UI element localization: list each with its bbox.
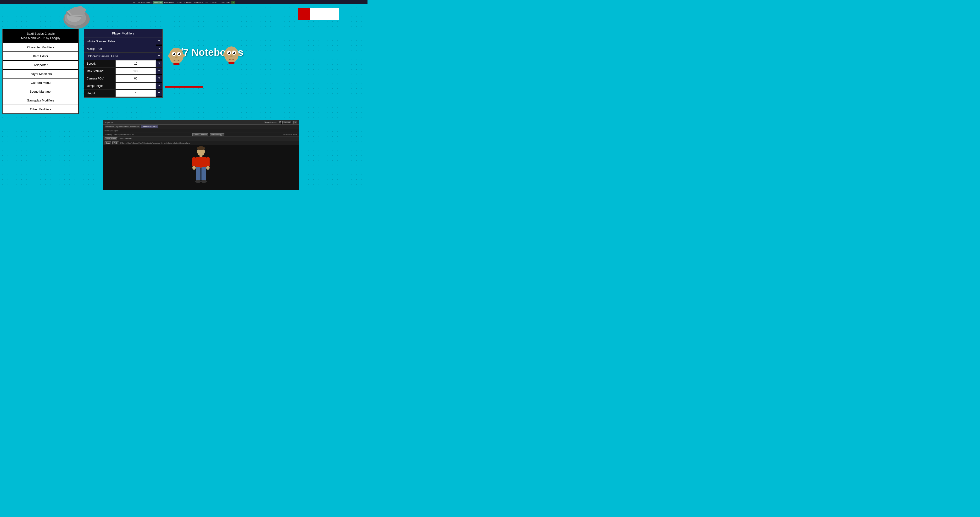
inspector-header: Inspector Mouse Inspect ▼ Close All ✕ bbox=[103, 120, 299, 125]
menu-item-item-editor[interactable]: Item Editor bbox=[3, 52, 78, 61]
svg-point-24 bbox=[230, 55, 232, 57]
type-row: UnityEngine.Sprite bbox=[103, 129, 299, 133]
camera-fov-help[interactable]: ? bbox=[156, 75, 162, 81]
copy-to-clipboard-btn[interactable]: Copy to Clipboard bbox=[192, 133, 208, 136]
menu-item-teleporter[interactable]: Teleporter bbox=[3, 61, 78, 69]
breadcrumb-filename2[interactable]: filename2 bbox=[105, 125, 115, 128]
max-stamina-input[interactable] bbox=[116, 68, 156, 75]
height-label: Height: bbox=[84, 90, 116, 97]
menu-item-other-modifiers[interactable]: Other Modifiers bbox=[3, 105, 78, 114]
toolbar-options[interactable]: Options bbox=[210, 1, 218, 3]
max-stamina-row: Max Stamina: ? bbox=[84, 67, 162, 75]
svg-rect-30 bbox=[200, 155, 202, 157]
breadcrumb-bar: filename2 SpriteRenderer "filename2" Spr… bbox=[103, 125, 299, 129]
svg-point-23 bbox=[233, 52, 234, 53]
height-help[interactable]: ? bbox=[156, 90, 162, 96]
infinite-stamina-toggle[interactable]: Infinite Stamina: False bbox=[84, 38, 156, 45]
jump-height-help[interactable]: ? bbox=[156, 83, 162, 89]
svg-rect-36 bbox=[196, 167, 200, 180]
inspector-title-label: Inspector bbox=[105, 121, 113, 123]
svg-point-17 bbox=[224, 46, 239, 63]
player-modifiers-title: Player Modifiers bbox=[84, 29, 162, 38]
camera-fov-row: Camera FOV: ? bbox=[84, 75, 162, 82]
toolbar-log[interactable]: Log bbox=[204, 1, 209, 3]
mod-menu-panel: Baldi Basics Classic Mod Menu v2.0.2 by … bbox=[2, 29, 79, 114]
top-right-decoration bbox=[298, 8, 339, 20]
max-stamina-help[interactable]: ? bbox=[156, 68, 162, 74]
type-label: UnityEngine.Sprite bbox=[105, 130, 118, 132]
speed-label: Speed: bbox=[84, 60, 116, 67]
menu-item-player-modifiers[interactable]: Player Modifiers bbox=[3, 69, 78, 78]
svg-point-39 bbox=[201, 180, 207, 183]
toolbar-ue[interactable]: UE bbox=[132, 1, 137, 3]
top-toolbar: UE Object Explorer Inspector C# Console … bbox=[0, 0, 368, 4]
toolbar-inspector[interactable]: Inspector bbox=[153, 1, 163, 3]
toolbar-freecam[interactable]: Freecam bbox=[183, 1, 193, 3]
mouse-inspect-btn[interactable]: Mouse Inspect bbox=[263, 121, 278, 123]
camera-fov-label: Camera FOV: bbox=[84, 75, 116, 82]
svg-point-20 bbox=[228, 52, 230, 54]
speed-input[interactable] bbox=[116, 60, 156, 67]
instance-id-label: Instance ID: 96596 bbox=[283, 134, 298, 136]
toolbar-console[interactable]: C# Console bbox=[164, 1, 175, 3]
assembly-row: Assembly: UnityEngine.CoreModule.dll Cop… bbox=[103, 133, 299, 137]
svg-point-15 bbox=[168, 54, 170, 57]
speed-help[interactable]: ? bbox=[156, 61, 162, 67]
inspector-toolbar: Hide Texture Name: filename2 bbox=[103, 137, 299, 141]
camera-fov-input[interactable] bbox=[116, 75, 156, 82]
height-input[interactable] bbox=[116, 90, 156, 97]
svg-rect-37 bbox=[202, 167, 206, 180]
save-btn[interactable]: Save bbox=[105, 142, 111, 145]
name-field-value: filename2 bbox=[125, 138, 132, 140]
file-path-label: D:\Games\Baldi's Basics Plus Melon Loade… bbox=[119, 142, 190, 144]
menu-item-camera-menu[interactable]: Camera Menu bbox=[3, 78, 78, 87]
infinite-stamina-help[interactable]: ? bbox=[156, 38, 162, 45]
speed-row: Speed: ? bbox=[84, 60, 162, 67]
noclip-toggle[interactable]: Noclip: True bbox=[84, 45, 156, 53]
svg-point-16 bbox=[182, 54, 185, 57]
svg-point-10 bbox=[178, 53, 180, 55]
inspector-panel: Inspector Mouse Inspect ▼ Close All ✕ fi… bbox=[103, 120, 299, 187]
svg-rect-32 bbox=[192, 157, 196, 167]
svg-point-27 bbox=[237, 53, 240, 56]
svg-point-11 bbox=[173, 53, 174, 54]
menu-item-character-modifiers[interactable]: Character Modifiers bbox=[3, 43, 78, 52]
breadcrumb-sprite-renderer[interactable]: SpriteRenderer "filename2" bbox=[115, 125, 140, 128]
svg-point-38 bbox=[195, 180, 201, 183]
close-icon-btn[interactable]: ✕ bbox=[293, 121, 298, 124]
svg-point-9 bbox=[173, 53, 175, 55]
svg-rect-14 bbox=[173, 63, 180, 65]
unlocked-camera-help[interactable]: ? bbox=[156, 53, 162, 59]
menu-item-gameplay-modifiers[interactable]: Gameplay Modifiers bbox=[3, 96, 78, 105]
jump-height-row: Jump Height: ? bbox=[84, 82, 162, 90]
stone-decoration bbox=[62, 6, 91, 31]
mod-menu-title: Baldi Basics Classic Mod Menu v2.0.2 by … bbox=[3, 29, 78, 43]
svg-point-22 bbox=[228, 52, 229, 53]
toolbar-hooks[interactable]: Hooks bbox=[176, 1, 183, 3]
unlocked-camera-row: Unlocked Camera: False ? bbox=[84, 53, 162, 60]
sprite-preview-area bbox=[103, 145, 299, 190]
view-in-dnspy-btn[interactable]: View in dnSpy... bbox=[210, 133, 225, 136]
svg-point-13 bbox=[175, 56, 178, 58]
menu-item-scene-manager[interactable]: Scene Manager bbox=[3, 87, 78, 96]
close-all-btn[interactable]: Close All bbox=[282, 121, 292, 124]
breadcrumb-sprite[interactable]: Sprite "filename2" bbox=[141, 125, 158, 128]
jump-height-label: Jump Height: bbox=[84, 82, 116, 89]
svg-point-29 bbox=[197, 146, 205, 150]
noclip-help[interactable]: ? bbox=[156, 46, 162, 52]
toolbar-clipboard[interactable]: Clipboard bbox=[194, 1, 204, 3]
white-rectangle bbox=[310, 8, 339, 20]
format-btn[interactable]: PNG bbox=[112, 142, 119, 145]
svg-point-12 bbox=[178, 53, 179, 54]
hide-texture-btn[interactable]: Hide Texture bbox=[105, 137, 118, 140]
baldi-head-right bbox=[223, 45, 242, 67]
svg-point-35 bbox=[206, 166, 210, 170]
toolbar-object-explorer[interactable]: Object Explorer bbox=[137, 1, 153, 3]
name-field-label: Name: bbox=[119, 138, 124, 140]
triangle-icon[interactable]: ▼ bbox=[280, 121, 282, 123]
unlocked-camera-toggle[interactable]: Unlocked Camera: False bbox=[84, 53, 156, 60]
svg-rect-33 bbox=[206, 157, 210, 167]
jump-height-input[interactable] bbox=[116, 83, 156, 89]
svg-rect-31 bbox=[196, 157, 206, 168]
noclip-row: Noclip: True ? bbox=[84, 45, 162, 53]
